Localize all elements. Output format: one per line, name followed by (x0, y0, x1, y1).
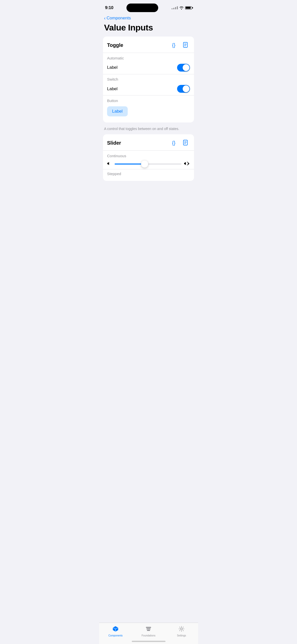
battery-icon (185, 6, 192, 10)
automatic-row: Label (107, 61, 190, 74)
toggle-card: Toggle {} Automatic Label (103, 37, 194, 122)
toggle-thumb (183, 64, 189, 71)
automatic-section-label: Automatic (107, 53, 190, 61)
svg-text:{}: {} (172, 140, 176, 146)
volume-high-icon (184, 161, 190, 167)
automatic-row-label: Label (107, 65, 118, 70)
status-time: 9:10 (105, 5, 113, 10)
scroll-content: ‹ Components Value Inputs Toggle {} (99, 14, 198, 213)
dynamic-island (126, 4, 158, 12)
toggle-brace-icon[interactable]: {} (171, 42, 178, 49)
page-title: Value Inputs (99, 22, 198, 37)
slider-doc-icon[interactable] (181, 138, 190, 147)
switch-toggle[interactable] (177, 85, 190, 93)
slider-thumb[interactable] (141, 160, 148, 168)
stepped-section-label: Stepped (107, 169, 190, 177)
slider-card: Slider {} Continuous (103, 134, 194, 181)
slider-card-icons: {} (171, 138, 190, 147)
signal-icon (172, 6, 178, 9)
switch-row-label: Label (107, 86, 118, 91)
toggle-card-title: Toggle (107, 42, 123, 48)
wifi-icon (179, 6, 184, 10)
toggle-card-icons: {} (171, 41, 190, 50)
switch-section-label: Switch (107, 74, 190, 82)
continuous-section-label: Continuous (107, 151, 190, 159)
switch-toggle-thumb (183, 85, 189, 92)
svg-text:{}: {} (172, 42, 176, 48)
automatic-toggle[interactable] (177, 64, 190, 72)
slider-fill (115, 164, 145, 165)
switch-row: Label (107, 82, 190, 95)
toggle-card-header: Toggle {} (107, 41, 190, 50)
toggle-doc-icon[interactable] (181, 41, 190, 50)
nav-back-label: Components (107, 16, 131, 21)
nav-back[interactable]: ‹ Components (99, 14, 198, 22)
continuous-slider[interactable] (115, 164, 181, 165)
slider-card-title: Slider (107, 140, 121, 146)
back-chevron-icon: ‹ (104, 16, 106, 20)
toggle-description: A control that toggles between on and of… (99, 124, 198, 135)
status-bar: 9:10 (99, 0, 198, 14)
button-section-label: Button (107, 95, 190, 104)
slider-card-header: Slider {} (107, 138, 190, 147)
button-label[interactable]: Label (107, 106, 128, 116)
slider-brace-icon[interactable]: {} (171, 139, 178, 146)
volume-low-icon (107, 161, 112, 167)
continuous-slider-container (107, 159, 190, 169)
status-icons (172, 6, 192, 10)
